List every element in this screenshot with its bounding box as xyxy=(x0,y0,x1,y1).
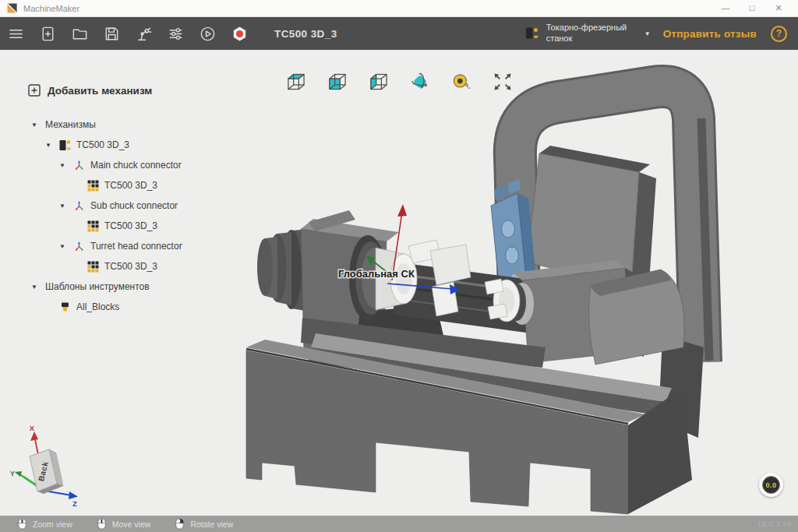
send-feedback-button[interactable]: Отправить отзыв xyxy=(663,28,757,40)
machine-icon xyxy=(59,139,71,151)
tree-item-label: TC500 3D_3 xyxy=(104,220,157,231)
hint-zoom-view: Zoom view xyxy=(18,518,72,530)
expand-arrow-icon[interactable]: ▼ xyxy=(59,162,73,169)
expand-arrow-icon[interactable]: ▼ xyxy=(59,243,73,250)
hint-label: Zoom view xyxy=(33,520,72,529)
nav-axis-y-label: Y xyxy=(10,469,16,477)
grid-icon xyxy=(87,220,99,232)
menu-button[interactable] xyxy=(0,17,32,50)
plus-square-icon xyxy=(28,84,41,97)
machine-tail-cylinder xyxy=(589,270,685,365)
tree-item-tc500-3d-3[interactable]: TC500 3D_3 xyxy=(0,175,234,196)
expand-arrow-icon[interactable]: ▼ xyxy=(45,142,59,149)
tree-item-tc500-3d-3[interactable]: ▼TC500 3D_3 xyxy=(0,135,234,155)
document-title: TC500 3D_3 xyxy=(274,28,337,40)
machinemaker-window: MachineMaker — □ ✕ TC500 3D_3 Токарно-фр… xyxy=(0,0,798,532)
grid-icon xyxy=(87,180,99,192)
settings-sliders-button[interactable] xyxy=(160,17,192,50)
save-button[interactable] xyxy=(96,17,128,50)
robot-arm-button[interactable] xyxy=(128,17,160,50)
window-controls: — □ ✕ xyxy=(712,0,792,16)
workspace: Глобальная СК Back X Y Z xyxy=(0,50,798,516)
tree-item-label: Main chuck connector xyxy=(90,160,182,171)
window-titlebar: MachineMaker — □ ✕ xyxy=(0,0,798,17)
tree-item-label: Turret head connector xyxy=(90,241,182,252)
grid-icon xyxy=(87,261,99,273)
tree-item-tc500-3d-3[interactable]: TC500 3D_3 xyxy=(0,256,234,277)
tree-item-label: TC500 3D_3 xyxy=(104,180,157,191)
machine-type-label: Токарно-фрезерный станок xyxy=(546,23,638,44)
statusbar: Zoom viewMove viewRotate view 16.0.3.49 xyxy=(0,516,798,532)
view-cube-top-button[interactable] xyxy=(283,69,309,95)
expand-arrow-icon[interactable]: ▼ xyxy=(59,203,73,210)
machine-type-dropdown-icon[interactable]: ▼ xyxy=(644,30,651,37)
nav-cube[interactable]: Back X Y Z xyxy=(10,424,78,508)
toolbar-right-group: Токарно-фрезерный станок ▼ Отправить отз… xyxy=(525,23,798,44)
axes-icon xyxy=(73,200,85,212)
csys-label: Глобальная СК xyxy=(338,268,415,280)
tree-item-tc500-3d-3[interactable]: TC500 3D_3 xyxy=(0,216,234,236)
tool-icon xyxy=(59,301,71,313)
minimize-button[interactable]: — xyxy=(712,0,739,16)
tree-item-label: All_Blocks xyxy=(76,301,119,312)
hint-label: Rotate view xyxy=(190,520,233,529)
expand-arrow-icon[interactable]: ▼ xyxy=(31,122,45,129)
main-toolbar: TC500 3D_3 Токарно-фрезерный станок ▼ От… xyxy=(0,17,798,50)
add-mechanism-button[interactable]: Добавить механизм xyxy=(28,84,152,97)
open-folder-button[interactable] xyxy=(64,17,96,50)
view-cube-side-button[interactable] xyxy=(365,69,392,95)
zoom-level-badge[interactable]: 0.0 xyxy=(759,473,783,497)
record-stop-button[interactable] xyxy=(224,17,256,50)
tree-item-sub-chuck-connector[interactable]: ▼Sub chuck connector xyxy=(0,196,234,216)
version-label: 16.0.3.49 xyxy=(757,520,792,528)
axes-icon xyxy=(73,241,85,252)
add-mechanism-label: Добавить механизм xyxy=(48,85,152,97)
help-button[interactable]: ? xyxy=(771,26,787,42)
orbit-view-button[interactable] xyxy=(407,69,433,95)
mouse-hints: Zoom viewMove viewRotate view xyxy=(18,518,258,530)
tree-item-main-chuck-connector[interactable]: ▼Main chuck connector xyxy=(0,155,234,175)
tree-item-шаблоны-инструментов[interactable]: ▼Шаблоны инструментов xyxy=(0,277,234,297)
play-simulation-button[interactable] xyxy=(192,17,224,50)
toolbar-icon-group xyxy=(0,17,256,50)
mechanism-tree: ▼Механизмы▼TC500 3D_3▼Main chuck connect… xyxy=(0,115,234,317)
view-cube-front-button[interactable] xyxy=(324,69,351,95)
app-title: MachineMaker xyxy=(23,4,79,13)
tree-item-label: TC500 3D_3 xyxy=(76,139,129,150)
machine-type-icon xyxy=(525,26,538,41)
axes-icon xyxy=(73,160,85,171)
expand-arrow-icon[interactable]: ▼ xyxy=(31,284,45,291)
tree-item-label: Механизмы xyxy=(45,119,96,130)
hint-move-view: Move view xyxy=(97,518,151,530)
nav-axis-x-label: X xyxy=(30,424,35,432)
nav-axis-z-label: Z xyxy=(72,499,77,508)
app-logo-icon xyxy=(6,2,18,14)
hint-label: Move view xyxy=(112,520,151,529)
measure-tape-button[interactable] xyxy=(448,69,475,95)
view-toolbar xyxy=(283,69,516,95)
hint-rotate-view: Rotate view xyxy=(175,518,233,530)
zoom-level-value: 0.0 xyxy=(762,476,780,494)
fit-view-button[interactable] xyxy=(489,69,516,95)
tree-item-label: Sub chuck connector xyxy=(90,200,178,211)
tree-item-all-blocks[interactable]: All_Blocks xyxy=(0,297,234,317)
new-document-button[interactable] xyxy=(32,17,64,50)
tree-item-механизмы[interactable]: ▼Механизмы xyxy=(0,115,234,135)
tree-item-turret-head-connector[interactable]: ▼Turret head connector xyxy=(0,236,234,256)
tree-item-label: Шаблоны инструментов xyxy=(45,281,150,292)
tree-item-label: TC500 3D_3 xyxy=(104,261,157,272)
close-button[interactable]: ✕ xyxy=(765,0,792,16)
maximize-button[interactable]: □ xyxy=(739,0,765,16)
